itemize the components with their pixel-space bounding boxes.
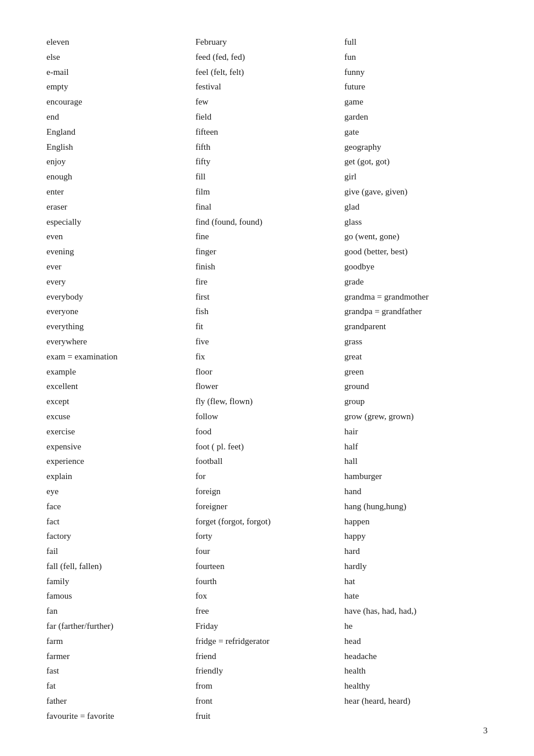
list-item: far (farther/further)	[46, 619, 190, 634]
list-item: farm	[46, 634, 190, 649]
list-item: fact	[46, 514, 190, 530]
list-item: enter	[46, 185, 190, 200]
list-item: half	[344, 440, 488, 455]
list-item: exercise	[46, 424, 190, 440]
list-item: food	[196, 424, 339, 440]
list-item: geography	[344, 140, 488, 155]
list-item: full	[344, 35, 488, 50]
list-item: festival	[196, 80, 339, 95]
list-item: girl	[344, 170, 488, 185]
list-item: hardly	[344, 559, 488, 574]
list-item: factory	[46, 529, 190, 544]
list-item: health	[344, 664, 488, 679]
list-item: fifth	[196, 140, 339, 155]
list-item: everywhere	[46, 334, 190, 350]
list-item: excuse	[46, 409, 190, 424]
list-item: grandparent	[344, 319, 488, 334]
list-item: hall	[344, 454, 488, 469]
list-item: family	[46, 574, 190, 589]
list-item: foreign	[196, 484, 339, 499]
list-item: go (went, gone)	[344, 229, 488, 244]
list-item: funny	[344, 65, 488, 80]
list-item: field	[196, 110, 339, 125]
list-item: fridge = refridgerator	[196, 634, 339, 649]
list-item: eleven	[46, 35, 190, 50]
list-item: ground	[344, 379, 488, 394]
list-item: fun	[344, 50, 488, 65]
list-item: glass	[344, 215, 488, 230]
list-item: forty	[196, 529, 339, 544]
list-item: head	[344, 634, 488, 649]
list-item: grade	[344, 275, 488, 290]
list-item: fox	[196, 589, 339, 604]
list-item: fly (flew, flown)	[196, 394, 339, 409]
list-item: famous	[46, 589, 190, 604]
list-item: fourth	[196, 574, 339, 589]
list-item: everyone	[46, 304, 190, 319]
list-item: hamburger	[344, 469, 488, 484]
list-item: fifteen	[196, 125, 339, 140]
list-item: floor	[196, 365, 339, 380]
list-item: glad	[344, 200, 488, 215]
list-item: good (better, best)	[344, 244, 488, 260]
list-item: gate	[344, 125, 488, 140]
list-item: football	[196, 454, 339, 469]
list-item: fill	[196, 170, 339, 185]
list-item: from	[196, 679, 339, 694]
list-item: final	[196, 200, 339, 215]
list-item: follow	[196, 409, 339, 424]
list-item: evening	[46, 244, 190, 260]
list-item: get (got, got)	[344, 154, 488, 170]
list-item: game	[344, 95, 488, 110]
list-item: forget (forgot, forgot)	[196, 514, 339, 530]
list-item: else	[46, 50, 190, 65]
list-item: green	[344, 365, 488, 380]
list-item: encourage	[46, 95, 190, 110]
list-item: England	[46, 125, 190, 140]
list-item: English	[46, 140, 190, 155]
word-columns: elevenelsee-mailemptyencourageendEngland…	[46, 35, 488, 724]
list-item: fall (fell, fallen)	[46, 559, 190, 574]
list-item: end	[46, 110, 190, 125]
list-item: find (found, found)	[196, 215, 339, 230]
list-item: empty	[46, 80, 190, 95]
list-item: goodbye	[344, 260, 488, 275]
list-item: garden	[344, 110, 488, 125]
list-item: example	[46, 365, 190, 380]
list-item: farmer	[46, 649, 190, 664]
list-item: friendly	[196, 664, 339, 679]
list-item: excellent	[46, 379, 190, 394]
list-item: especially	[46, 215, 190, 230]
list-item: even	[46, 229, 190, 244]
list-item: film	[196, 185, 339, 200]
list-item: fan	[46, 604, 190, 619]
list-item: four	[196, 544, 339, 559]
list-item: hair	[344, 424, 488, 440]
list-item: he	[344, 619, 488, 634]
list-item: happen	[344, 514, 488, 530]
list-item: face	[46, 499, 190, 514]
list-item: friend	[196, 649, 339, 664]
list-item: except	[46, 394, 190, 409]
list-item: flower	[196, 379, 339, 394]
list-item: fit	[196, 319, 339, 334]
list-item: foreigner	[196, 499, 339, 514]
list-item: hard	[344, 544, 488, 559]
list-item: feel (felt, felt)	[196, 65, 339, 80]
list-item: ever	[46, 260, 190, 275]
list-item: finish	[196, 260, 339, 275]
list-item: enjoy	[46, 154, 190, 170]
list-item: foot ( pl. feet)	[196, 440, 339, 455]
list-item: February	[196, 35, 339, 50]
list-item: fruit	[196, 709, 339, 724]
list-item: group	[344, 394, 488, 409]
list-item: fail	[46, 544, 190, 559]
column-2: Februaryfeed (fed, fed)feel (felt, felt)…	[196, 35, 339, 724]
list-item: finger	[196, 244, 339, 260]
list-item: few	[196, 95, 339, 110]
list-item: hand	[344, 484, 488, 499]
list-item: give (gave, given)	[344, 185, 488, 200]
list-item: exam = examination	[46, 350, 190, 365]
list-item: great	[344, 350, 488, 365]
list-item: fish	[196, 304, 339, 319]
